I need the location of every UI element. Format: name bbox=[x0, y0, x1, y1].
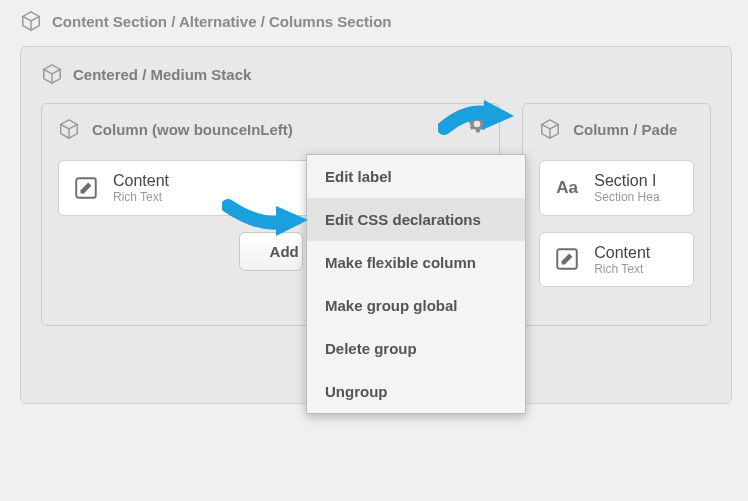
column-right: Column / Pade Aa Section I Section Hea bbox=[522, 103, 711, 326]
section-subtitle: Section Hea bbox=[594, 190, 659, 204]
cube-icon bbox=[41, 63, 63, 85]
add-row-button[interactable]: Add r bbox=[239, 232, 303, 271]
edit-icon bbox=[554, 246, 580, 272]
breadcrumb-text: Content Section / Alternative / Columns … bbox=[52, 13, 392, 30]
text-aa-icon: Aa bbox=[554, 175, 580, 201]
menu-item-ungroup[interactable]: Ungroup bbox=[307, 370, 525, 413]
menu-item-edit-label[interactable]: Edit label bbox=[307, 155, 525, 198]
content-subtitle: Rich Text bbox=[594, 262, 650, 276]
breadcrumb: Content Section / Alternative / Columns … bbox=[20, 4, 748, 46]
column-left-title: Column (wow bounceInLeft) bbox=[92, 121, 293, 138]
section-block[interactable]: Aa Section I Section Hea bbox=[539, 160, 694, 216]
content-subtitle: Rich Text bbox=[113, 190, 169, 204]
content-block[interactable]: Content Rich Text bbox=[539, 232, 694, 288]
menu-item-make-flexible-column[interactable]: Make flexible column bbox=[307, 241, 525, 284]
edit-icon bbox=[73, 175, 99, 201]
content-title: Content bbox=[113, 171, 169, 190]
context-menu: Edit label Edit CSS declarations Make fl… bbox=[306, 154, 526, 414]
content-title: Content bbox=[594, 243, 650, 262]
menu-item-delete-group[interactable]: Delete group bbox=[307, 327, 525, 370]
cube-icon bbox=[539, 118, 561, 140]
column-left-header: Column (wow bounceInLeft) bbox=[58, 118, 483, 140]
cube-icon bbox=[58, 118, 80, 140]
menu-item-make-group-global[interactable]: Make group global bbox=[307, 284, 525, 327]
menu-item-edit-css-declarations[interactable]: Edit CSS declarations bbox=[307, 198, 525, 241]
column-right-header: Column / Pade bbox=[539, 118, 694, 140]
stack-title: Centered / Medium Stack bbox=[73, 66, 251, 83]
cube-icon bbox=[20, 10, 42, 32]
section-title: Section I bbox=[594, 171, 659, 190]
gear-icon[interactable] bbox=[467, 114, 487, 138]
column-right-title: Column / Pade bbox=[573, 121, 677, 138]
stack-header: Centered / Medium Stack bbox=[41, 63, 711, 85]
